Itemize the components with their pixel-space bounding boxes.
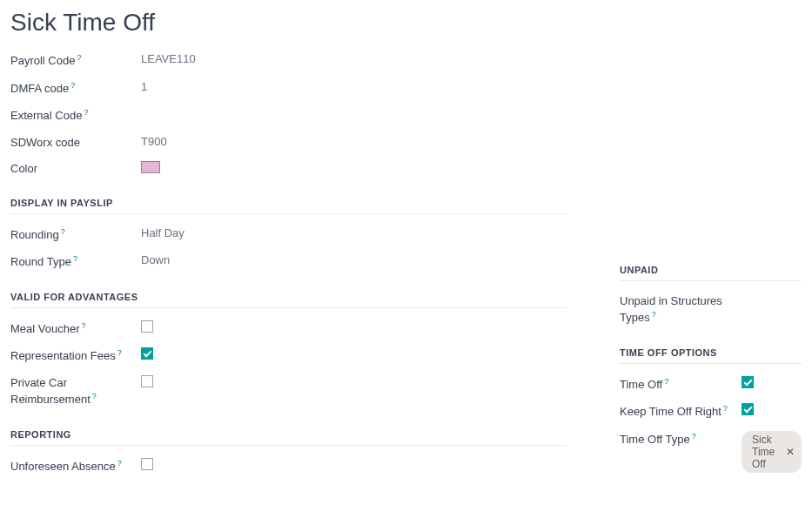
- unforeseen-absence-checkbox[interactable]: [141, 458, 153, 470]
- color-swatch[interactable]: [141, 161, 160, 173]
- meal-voucher-label: Meal Voucher?: [10, 320, 141, 338]
- section-title-unpaid: UNPAID: [620, 265, 802, 281]
- payroll-code-label: Payroll Code?: [10, 52, 141, 70]
- help-icon[interactable]: ?: [117, 348, 122, 357]
- dmfa-code-label: DMFA code?: [10, 80, 141, 98]
- representation-fees-label: Representation Fees?: [10, 347, 141, 365]
- time-off-type-label: Time Off Type?: [620, 431, 742, 448]
- private-car-checkbox[interactable]: [141, 375, 153, 387]
- section-title-display-in-payslip: DISPLAY IN PAYSLIP: [10, 198, 567, 214]
- meal-voucher-checkbox[interactable]: [141, 320, 153, 333]
- rounding-value[interactable]: Half Day: [141, 226, 185, 239]
- section-title-reporting: REPORTING: [10, 429, 567, 446]
- section-title-time-off-options: TIME OFF OPTIONS: [620, 347, 802, 364]
- help-icon[interactable]: ?: [92, 392, 97, 400]
- help-icon[interactable]: ?: [73, 254, 77, 263]
- round-type-label: Round Type?: [10, 253, 141, 271]
- dmfa-code-value: 1: [141, 80, 147, 93]
- close-icon[interactable]: ✕: [786, 446, 795, 458]
- help-icon[interactable]: ?: [77, 53, 81, 62]
- private-car-label: Private Car Reimbursement?: [10, 375, 141, 408]
- payroll-code-value: LEAVE110: [141, 52, 196, 65]
- time-off-type-tag[interactable]: Sick Time Off ✕: [742, 431, 802, 473]
- help-icon[interactable]: ?: [117, 459, 122, 468]
- sdworx-code-label: SDWorx code: [10, 135, 141, 151]
- help-icon[interactable]: ?: [664, 377, 668, 386]
- round-type-value[interactable]: Down: [141, 253, 170, 266]
- external-code-label: External Code?: [10, 107, 141, 125]
- representation-fees-checkbox[interactable]: [141, 347, 153, 360]
- time-off-type-tag-label: Sick Time Off: [752, 434, 781, 470]
- keep-right-label: Keep Time Off Right?: [620, 403, 742, 421]
- unpaid-structures-label: Unpaid in Structures Types?: [620, 293, 742, 326]
- unforeseen-absence-label: Unforeseen Absence?: [10, 458, 141, 475]
- keep-right-checkbox[interactable]: [742, 403, 754, 415]
- time-off-label: Time Off?: [620, 376, 742, 394]
- help-icon[interactable]: ?: [61, 227, 65, 236]
- help-icon[interactable]: ?: [692, 432, 696, 441]
- section-title-valid-for-advantages: VALID FOR ADVANTAGES: [10, 292, 567, 308]
- help-icon[interactable]: ?: [84, 108, 88, 117]
- rounding-label: Rounding?: [10, 226, 141, 244]
- help-icon[interactable]: ?: [82, 321, 86, 330]
- page-title: Sick Time Off: [10, 9, 802, 37]
- sdworx-code-value: T900: [141, 135, 167, 148]
- help-icon[interactable]: ?: [652, 310, 656, 319]
- help-icon[interactable]: ?: [70, 81, 75, 90]
- color-label: Color: [10, 161, 141, 177]
- time-off-checkbox[interactable]: [742, 376, 754, 388]
- help-icon[interactable]: ?: [723, 404, 728, 413]
